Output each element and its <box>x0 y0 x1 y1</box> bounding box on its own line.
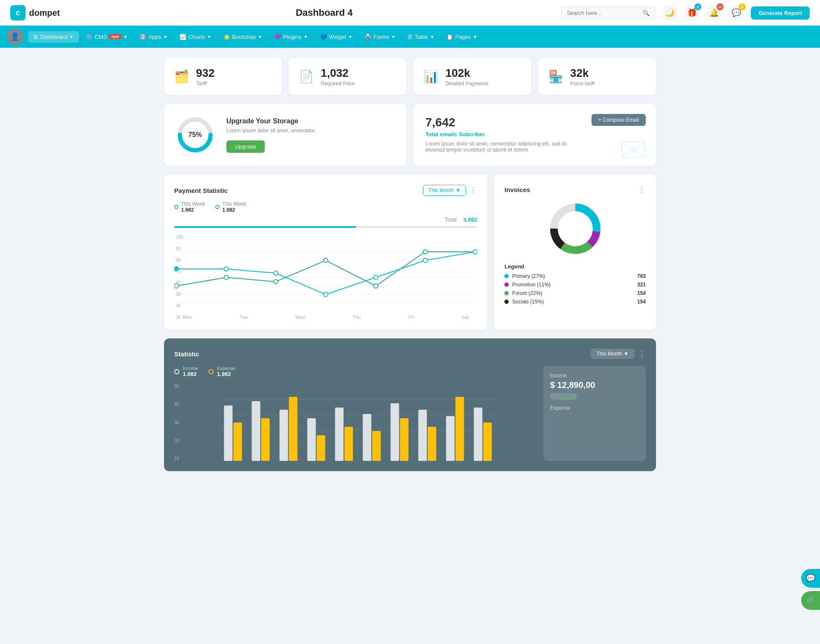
this-month-button[interactable]: This Month ▼ <box>423 185 466 196</box>
line-chart-svg <box>174 235 477 312</box>
required-price-label: Required Price <box>321 81 354 87</box>
y-axis-labels: 100 90 80 70 60 50 40 30 <box>174 235 185 320</box>
generate-report-button[interactable]: Generate Report <box>751 6 810 20</box>
svg-point-19 <box>274 271 278 275</box>
required-price-info: 1,032 Required Price <box>321 67 354 87</box>
chevron-down-icon-plugins: ▼ <box>304 35 308 39</box>
bottom-row: Payment Statistic This Month ▼ ⋮ This We… <box>164 175 656 330</box>
nav-item-charts[interactable]: 📈 Charts ▼ <box>174 31 216 43</box>
nav-item-pages[interactable]: 📋 Pages ▼ <box>441 31 483 43</box>
page-title: Dashboard 4 <box>94 7 554 18</box>
nav-item-table[interactable]: ☰ Table ▼ <box>402 31 439 43</box>
invoices-more-icon[interactable]: ⋮ <box>638 185 646 194</box>
nav-item-cms[interactable]: ⚙️ CMS New ▼ <box>81 31 133 43</box>
svg-rect-45 <box>391 403 399 461</box>
invoices-header: Invoices ⋮ <box>504 185 646 194</box>
moon-icon[interactable]: 🌙 <box>662 5 677 20</box>
gift-badge: 2 <box>694 3 701 10</box>
svg-point-14 <box>374 284 378 288</box>
chat-icon[interactable]: 💬 5 <box>729 5 744 20</box>
chevron-down-icon-charts: ▼ <box>207 35 211 39</box>
svg-rect-52 <box>483 423 492 461</box>
payment-progress-fill <box>174 226 356 228</box>
line-chart: Mon Tue Wed Thu Fri Sat <box>174 235 477 320</box>
bar-chart-bars: 50 40 30 20 10 <box>174 384 533 461</box>
force-tariff-value: 32k <box>570 67 594 80</box>
email-envelope-icon: ✉ <box>619 131 647 166</box>
svg-rect-43 <box>363 414 372 461</box>
middle-row: 75% Upgrade Your Storage Lorem ipsum dol… <box>164 104 656 166</box>
statistic-section: Statistic This Month ▼ ⋮ Income 1.982 <box>164 338 656 471</box>
bell-icon[interactable]: 🔔 12 <box>706 5 722 20</box>
payment-title: Payment Statistic <box>174 187 228 194</box>
charts-icon: 📈 <box>179 34 186 40</box>
header: c dompet Dashboard 4 🔍 🌙 🎁 2 🔔 12 💬 5 Ge… <box>0 0 820 26</box>
expense-section-label: Expense <box>550 405 639 411</box>
plugins-icon: 💜 <box>274 34 281 40</box>
svg-rect-44 <box>372 431 381 461</box>
statistic-header: Statistic This Month ▼ ⋮ <box>174 349 646 359</box>
statistic-title: Statistic <box>174 350 199 358</box>
svg-rect-35 <box>252 401 261 461</box>
legend-item-week2: This Week 1.982 <box>215 201 246 213</box>
search-area: 🔍 <box>561 6 655 19</box>
storage-donut: 75% <box>176 116 214 154</box>
y-axis-statistic: 50 40 30 20 10 <box>174 384 182 461</box>
svg-rect-37 <box>280 410 288 461</box>
dashboard-icon: ⊞ <box>33 34 38 40</box>
payment-card: Payment Statistic This Month ▼ ⋮ This We… <box>164 175 487 330</box>
storage-title: Upgrade Your Storage <box>226 117 316 125</box>
gift-icon[interactable]: 🎁 2 <box>684 5 700 20</box>
dropdown-icon: ▼ <box>455 187 460 193</box>
svg-rect-48 <box>428 427 436 461</box>
table-icon: ☰ <box>407 34 413 40</box>
svg-rect-50 <box>456 397 464 461</box>
nav-item-dashboard[interactable]: ⊞ Dashboard ▼ <box>28 31 79 43</box>
email-subtitle: Total emails Subcriber. <box>425 131 644 137</box>
legend-promotion: Promotion (11%) 321 <box>504 282 646 288</box>
svg-rect-40 <box>317 435 325 461</box>
statistic-more-icon[interactable]: ⋮ <box>638 349 646 358</box>
upgrade-button[interactable]: Upgrade <box>226 140 265 153</box>
income-legend-dot <box>174 369 179 374</box>
payment-legend-row: This Week 1.982 This Week 1.982 <box>174 201 477 213</box>
bell-badge: 12 <box>717 3 723 10</box>
search-input[interactable] <box>567 10 639 16</box>
nav-item-apps[interactable]: ℹ️ Apps ▼ <box>135 31 173 43</box>
cms-icon: ⚙️ <box>86 34 93 40</box>
stat-card-force-tariff: 🏪 32k Force tariff <box>538 58 656 95</box>
required-price-value: 1,032 <box>321 67 354 80</box>
invoices-donut-container <box>504 201 646 256</box>
compose-email-button[interactable]: + Compose Email <box>592 114 646 126</box>
svg-point-23 <box>473 250 477 254</box>
legend-color-primary <box>504 274 509 278</box>
nav-bar: 👤 ⊞ Dashboard ▼ ⚙️ CMS New ▼ ℹ️ Apps ▼ 📈… <box>0 26 820 48</box>
bar-chart-area: Income 1.982 Expense 1.982 50 <box>174 366 533 461</box>
more-options-icon[interactable]: ⋮ <box>469 186 477 195</box>
statistic-controls: This Month ▼ ⋮ <box>591 349 646 359</box>
nav-item-forms[interactable]: 🖨️ Forms ▼ <box>359 31 401 43</box>
forms-icon: 🖨️ <box>364 34 371 40</box>
invoices-card: Invoices ⋮ Legend <box>494 175 656 330</box>
nav-item-plugins[interactable]: 💜 Plugins ▼ <box>269 31 313 43</box>
stat-card-required-price: 📄 1,032 Required Price <box>289 58 407 95</box>
chevron-down-icon-bootstrap: ▼ <box>258 35 262 39</box>
income-panel-label: Income <box>550 373 639 379</box>
detailed-payments-icon: 📊 <box>424 70 439 84</box>
income-panel: Income $ 12,890,00 ▲ +15% Expense <box>543 366 646 461</box>
statistic-this-month-button[interactable]: This Month ▼ <box>591 349 635 359</box>
chevron-down-icon-table: ▼ <box>430 35 434 39</box>
nav-item-widget[interactable]: 💙 Widget ▼ <box>315 31 357 43</box>
svg-rect-38 <box>289 397 298 461</box>
bar-chart-svg <box>184 384 533 461</box>
pages-icon: 📋 <box>446 34 453 40</box>
stat-card-detailed-payments: 📊 102k Detalled Payments <box>413 58 531 95</box>
payment-total-row: Total 3,982 <box>174 216 477 223</box>
bootstrap-icon: ⭐ <box>223 34 230 40</box>
storage-card: 75% Upgrade Your Storage Lorem ipsum dol… <box>164 104 407 166</box>
logo-name: dompet <box>29 8 60 18</box>
nav-item-bootstrap[interactable]: ⭐ Bootstrap ▼ <box>218 31 268 43</box>
chevron-down-icon-pages: ▼ <box>473 35 477 39</box>
required-price-icon: 📄 <box>299 70 314 84</box>
svg-rect-49 <box>446 416 455 461</box>
